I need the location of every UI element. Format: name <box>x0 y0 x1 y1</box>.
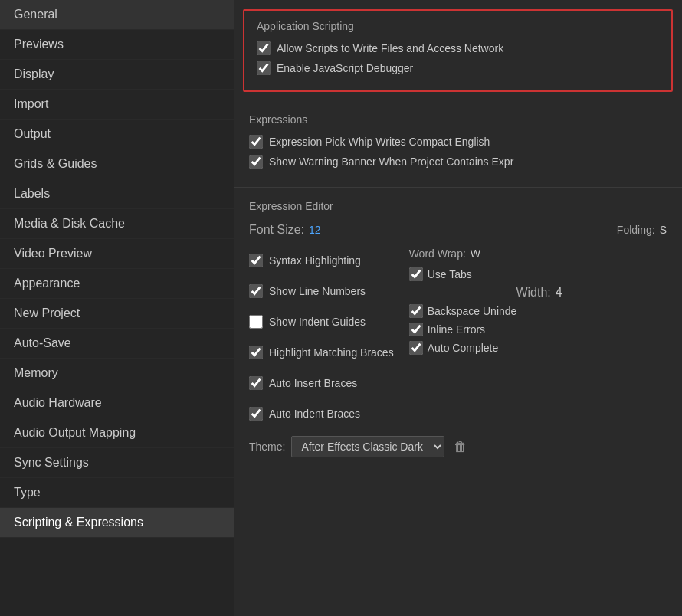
sidebar-item-type[interactable]: Type <box>0 478 234 508</box>
sidebar-item-memory[interactable]: Memory <box>0 359 234 388</box>
sidebar-item-appearance[interactable]: Appearance <box>0 269 234 299</box>
theme-row: Theme: After Effects Classic Dark 🗑 <box>249 436 667 457</box>
inline-errors-row: Inline Errors <box>409 323 562 336</box>
show-indent-guides-label: Show Indent Guides <box>269 316 366 328</box>
sidebar-item-import[interactable]: Import <box>0 90 234 120</box>
inline-errors-label: Inline Errors <box>428 323 485 336</box>
auto-insert-braces-checkbox[interactable] <box>249 376 263 390</box>
highlight-matching-braces-checkbox[interactable] <box>249 346 263 359</box>
sidebar-item-sync-settings[interactable]: Sync Settings <box>0 448 234 478</box>
auto-indent-braces-label: Auto Indent Braces <box>269 408 360 420</box>
sidebar-item-new-project[interactable]: New Project <box>0 299 234 329</box>
font-size-value: 12 <box>309 224 321 236</box>
app-scripting-title: Application Scripting <box>257 20 659 32</box>
sidebar-item-video-preview[interactable]: Video Preview <box>0 239 234 269</box>
inline-errors-checkbox[interactable] <box>409 323 423 336</box>
sidebar: GeneralPreviewsDisplayImportOutputGrids … <box>0 0 234 616</box>
width-row: Width: 4 <box>409 286 562 300</box>
sidebar-item-display[interactable]: Display <box>0 60 234 90</box>
warning-banner-label: Show Warning Banner When Project Contain… <box>269 156 513 168</box>
sidebar-item-output[interactable]: Output <box>0 120 234 149</box>
app-scripting-section: Application Scripting Allow Scripts to W… <box>243 9 673 92</box>
enable-debugger-checkbox[interactable] <box>257 61 271 75</box>
auto-indent-braces-row: Auto Indent Braces <box>249 407 394 421</box>
main-content: Application Scripting Allow Scripts to W… <box>234 0 682 616</box>
sidebar-item-audio-output-mapping[interactable]: Audio Output Mapping <box>0 418 234 448</box>
word-wrap-value: W <box>471 247 480 260</box>
width-value: 4 <box>556 286 562 300</box>
folding-label: Folding: <box>617 224 655 236</box>
show-line-numbers-label: Show Line Numbers <box>269 285 366 297</box>
font-size-label: Font Size: <box>249 223 304 237</box>
backspace-unindent-checkbox[interactable] <box>409 304 423 318</box>
show-line-numbers-row: Show Line Numbers <box>249 284 394 298</box>
sidebar-item-general[interactable]: General <box>0 0 234 30</box>
sidebar-item-audio-hardware[interactable]: Audio Hardware <box>0 388 234 418</box>
sidebar-item-auto-save[interactable]: Auto-Save <box>0 329 234 359</box>
enable-debugger-row: Enable JavaScript Debugger <box>257 61 659 75</box>
show-line-numbers-checkbox[interactable] <box>249 284 263 298</box>
allow-scripts-checkbox[interactable] <box>257 41 271 55</box>
use-tabs-row: Use Tabs <box>409 267 562 281</box>
sidebar-item-scripting---expressions[interactable]: Scripting & Expressions <box>0 508 234 538</box>
theme-select[interactable]: After Effects Classic Dark <box>291 436 444 457</box>
allow-scripts-label: Allow Scripts to Write Files and Access … <box>277 42 503 54</box>
sidebar-item-labels[interactable]: Labels <box>0 179 234 209</box>
word-wrap-label: Word Wrap: <box>409 247 466 260</box>
use-tabs-checkbox[interactable] <box>409 267 423 281</box>
sidebar-item-previews[interactable]: Previews <box>0 30 234 60</box>
pick-whip-label: Expression Pick Whip Writes Compact Engl… <box>269 136 490 148</box>
syntax-highlighting-label: Syntax Highlighting <box>269 254 361 267</box>
auto-complete-checkbox[interactable] <box>409 341 423 355</box>
warning-banner-row: Show Warning Banner When Project Contain… <box>249 155 667 169</box>
sidebar-item-grids---guides[interactable]: Grids & Guides <box>0 149 234 179</box>
backspace-unindent-row: Backspace Uninde <box>409 304 562 318</box>
theme-label: Theme: <box>249 441 285 453</box>
expression-editor-title: Expression Editor <box>249 200 667 212</box>
expression-editor-section: Expression Editor Font Size: 12 Folding:… <box>234 188 682 470</box>
expressions-title: Expressions <box>249 113 667 126</box>
allow-scripts-row: Allow Scripts to Write Files and Access … <box>257 41 659 55</box>
trash-icon[interactable]: 🗑 <box>454 439 467 455</box>
left-checkboxes: Syntax Highlighting Show Line Numbers Sh… <box>249 247 394 427</box>
auto-complete-label: Auto Complete <box>428 342 499 354</box>
auto-insert-braces-label: Auto Insert Braces <box>269 377 357 389</box>
use-tabs-label: Use Tabs <box>428 268 472 280</box>
font-size-row: Font Size: 12 <box>249 223 321 237</box>
folding-row: Folding: S <box>617 224 667 236</box>
highlight-matching-braces-row: Highlight Matching Braces <box>249 346 394 359</box>
syntax-highlighting-checkbox[interactable] <box>249 254 263 267</box>
auto-complete-row: Auto Complete <box>409 341 562 355</box>
right-controls: Word Wrap: W Use Tabs Width: 4 Backspace… <box>409 247 562 355</box>
folding-value: S <box>660 224 667 236</box>
auto-indent-braces-checkbox[interactable] <box>249 407 263 421</box>
width-label: Width: <box>516 286 550 300</box>
warning-banner-checkbox[interactable] <box>249 155 263 169</box>
highlight-matching-braces-label: Highlight Matching Braces <box>269 346 394 359</box>
syntax-highlighting-row: Syntax Highlighting <box>249 254 394 267</box>
sidebar-item-media---disk-cache[interactable]: Media & Disk Cache <box>0 209 234 239</box>
pick-whip-checkbox[interactable] <box>249 135 263 149</box>
expressions-section: Expressions Expression Pick Whip Writes … <box>234 101 682 188</box>
enable-debugger-label: Enable JavaScript Debugger <box>277 62 413 74</box>
show-indent-guides-checkbox[interactable] <box>249 315 263 329</box>
backspace-unindent-label: Backspace Uninde <box>428 305 517 317</box>
pick-whip-row: Expression Pick Whip Writes Compact Engl… <box>249 135 667 149</box>
show-indent-guides-row: Show Indent Guides <box>249 315 394 329</box>
word-wrap-row: Word Wrap: W <box>409 247 562 260</box>
auto-insert-braces-row: Auto Insert Braces <box>249 376 394 390</box>
